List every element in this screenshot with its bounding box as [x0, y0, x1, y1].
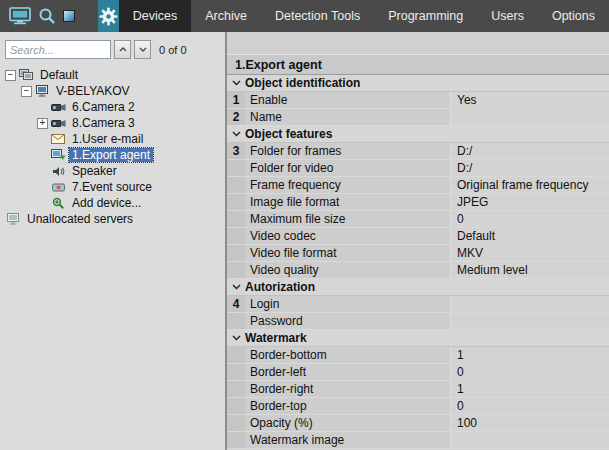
- tree-item-1-export-agent[interactable]: 1.Export agent: [0, 147, 225, 163]
- property-value[interactable]: Yes: [451, 92, 609, 108]
- property-row-video-quality[interactable]: Video qualityMedium level: [227, 262, 609, 279]
- tree-item-speaker[interactable]: Speaker: [0, 163, 225, 179]
- property-value[interactable]: 1: [451, 347, 609, 363]
- menu-tab-options[interactable]: Options: [538, 0, 609, 32]
- toolbar-icon-group: [0, 0, 84, 32]
- tree-expander-plus-icon[interactable]: +: [37, 118, 48, 129]
- row-number: [227, 211, 245, 227]
- property-value[interactable]: 0: [451, 398, 609, 414]
- property-row-name[interactable]: 2Name: [227, 109, 609, 126]
- property-row-video-codec[interactable]: Video codecDefault: [227, 228, 609, 245]
- tree-item-add-device[interactable]: Add device...: [0, 195, 225, 211]
- section-header-object-features[interactable]: Object features: [227, 126, 609, 143]
- search-prev-button[interactable]: [114, 40, 131, 59]
- property-value[interactable]: D:/: [451, 160, 609, 176]
- tree-item-label: Unallocated servers: [24, 212, 136, 226]
- event-icon: [50, 181, 66, 194]
- property-row-maximum-file-size[interactable]: Maximum file size0: [227, 211, 609, 228]
- row-number: [227, 245, 245, 261]
- top-toolbar: DevicesArchiveDetection ToolsProgramming…: [0, 0, 609, 32]
- menu-tab-programming[interactable]: Programming: [374, 0, 477, 32]
- property-row-folder-for-video[interactable]: Folder for videoD:/: [227, 160, 609, 177]
- panel-title: 1.Export agent: [227, 54, 609, 75]
- camera-icon: [50, 101, 66, 114]
- property-value[interactable]: 0: [451, 364, 609, 380]
- search-icon[interactable]: [38, 7, 56, 25]
- row-number: [227, 228, 245, 244]
- property-value[interactable]: JPEG: [451, 194, 609, 210]
- property-value[interactable]: D:/: [451, 143, 609, 159]
- add-icon: [50, 197, 66, 210]
- property-row-password[interactable]: Password: [227, 313, 609, 330]
- property-row-folder-for-frames[interactable]: 3Folder for framesD:/: [227, 143, 609, 160]
- menu-tabs: DevicesArchiveDetection ToolsProgramming…: [119, 0, 609, 32]
- property-row-image-file-format[interactable]: Image file formatJPEG: [227, 194, 609, 211]
- property-value[interactable]: 1: [451, 381, 609, 397]
- tree-item-default[interactable]: −Default: [0, 67, 225, 83]
- property-name: Image file format: [245, 194, 451, 210]
- property-row-watermark-image[interactable]: Watermark image: [227, 432, 609, 449]
- chevron-down-icon[interactable]: [227, 284, 245, 290]
- property-value[interactable]: [451, 109, 609, 125]
- menu-tab-devices[interactable]: Devices: [119, 0, 191, 32]
- property-value[interactable]: Default: [451, 228, 609, 244]
- section-header-object-identification[interactable]: Object identification: [227, 75, 609, 92]
- tree-item-label: 1.User e-mail: [69, 132, 146, 146]
- property-row-login[interactable]: 4Login: [227, 296, 609, 313]
- property-row-opacity[interactable]: Opacity (%)100: [227, 415, 609, 432]
- property-value[interactable]: [451, 296, 609, 312]
- row-number: [227, 398, 245, 414]
- property-value[interactable]: [451, 313, 609, 329]
- monitor-icon[interactable]: [9, 7, 31, 25]
- menu-tab-users[interactable]: Users: [477, 0, 538, 32]
- property-value[interactable]: 0: [451, 211, 609, 227]
- search-next-button[interactable]: [134, 40, 151, 59]
- chevron-down-icon[interactable]: [227, 80, 245, 86]
- property-row-enable[interactable]: 1EnableYes: [227, 92, 609, 109]
- layout-icon[interactable]: [63, 10, 75, 22]
- tree-item-8-camera-3[interactable]: +8.Camera 3: [0, 115, 225, 131]
- property-name: Folder for video: [245, 160, 451, 176]
- property-row-border-left[interactable]: Border-left0: [227, 364, 609, 381]
- property-name: Border-bottom: [245, 347, 451, 363]
- property-name: Login: [245, 296, 451, 312]
- property-row-frame-frequency[interactable]: Frame frequencyOriginal frame frequency: [227, 177, 609, 194]
- menu-tab-detection-tools[interactable]: Detection Tools: [261, 0, 374, 32]
- tree-item-v-belyakov[interactable]: −V-BELYAKOV: [0, 83, 225, 99]
- tree-expander-minus-icon[interactable]: −: [21, 86, 32, 97]
- search-input[interactable]: [5, 40, 111, 59]
- property-name: Frame frequency: [245, 177, 451, 193]
- device-tree-panel: 0 of 0 −Default−V-BELYAKOV6.Camera 2+8.C…: [0, 32, 227, 450]
- property-value[interactable]: MKV: [451, 245, 609, 261]
- menu-tab-archive[interactable]: Archive: [191, 0, 261, 32]
- chevron-down-icon[interactable]: [227, 335, 245, 341]
- property-name: Opacity (%): [245, 415, 451, 431]
- tree-item-label: V-BELYAKOV: [53, 84, 133, 98]
- tree-item-7-event-source[interactable]: 7.Event source: [0, 179, 225, 195]
- property-name: Enable: [245, 92, 451, 108]
- section-title: Object identification: [245, 76, 360, 90]
- tree-item-6-camera-2[interactable]: 6.Camera 2: [0, 99, 225, 115]
- property-value[interactable]: 100: [451, 415, 609, 431]
- section-header-watermark[interactable]: Watermark: [227, 330, 609, 347]
- property-row-video-file-format[interactable]: Video file formatMKV: [227, 245, 609, 262]
- row-number: [227, 262, 245, 278]
- tree-item-label: 8.Camera 3: [69, 116, 138, 130]
- export-icon: [50, 149, 66, 162]
- property-value[interactable]: Medium level: [451, 262, 609, 278]
- tree-expander-minus-icon[interactable]: −: [5, 70, 16, 81]
- property-name: Video file format: [245, 245, 451, 261]
- property-row-border-bottom[interactable]: Border-bottom1: [227, 347, 609, 364]
- chevron-down-icon[interactable]: [227, 131, 245, 137]
- row-number: 4: [227, 296, 245, 312]
- settings-gear-button[interactable]: [98, 0, 119, 32]
- property-name: Password: [245, 313, 451, 329]
- property-row-border-right[interactable]: Border-right1: [227, 381, 609, 398]
- section-title: Object features: [245, 127, 332, 141]
- property-row-border-top[interactable]: Border-top0: [227, 398, 609, 415]
- property-value[interactable]: Original frame frequency: [451, 177, 609, 193]
- property-value[interactable]: [451, 432, 609, 448]
- tree-item-1-user-e-mail[interactable]: 1.User e-mail: [0, 131, 225, 147]
- tree-item-unallocated-servers[interactable]: Unallocated servers: [0, 211, 225, 227]
- section-header-autorization[interactable]: Autorization: [227, 279, 609, 296]
